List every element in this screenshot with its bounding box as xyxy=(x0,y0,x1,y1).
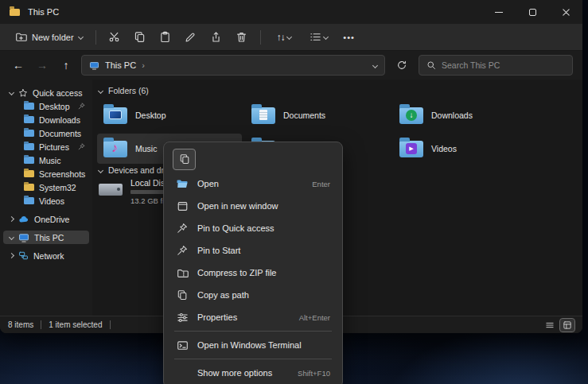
chevron-right-icon xyxy=(9,216,14,222)
back-button[interactable]: ← xyxy=(10,59,27,72)
cut-icon xyxy=(108,31,120,43)
close-button[interactable] xyxy=(549,0,582,24)
sidebar-item-onedrive[interactable]: OneDrive xyxy=(3,212,89,226)
this-pc-icon xyxy=(18,232,29,243)
cut-button[interactable] xyxy=(102,26,127,48)
menu-item-properties[interactable]: Properties Alt+Enter xyxy=(167,306,339,328)
context-menu: Open Enter Open in new window Pin to Qui… xyxy=(163,142,343,384)
sidebar-item-videos[interactable]: Videos xyxy=(3,194,89,208)
sort-button[interactable]: ↑↓ xyxy=(267,26,302,48)
menu-item-show-more-options[interactable]: Show more options Shift+F10 xyxy=(167,362,339,384)
menu-icon-spacer xyxy=(176,367,189,379)
breadcrumb[interactable]: This PC xyxy=(105,60,136,70)
address-bar[interactable]: This PC › xyxy=(81,55,385,76)
more-options-button[interactable]: ••• xyxy=(337,26,362,48)
menu-label: Open in new window xyxy=(197,201,278,211)
delete-button[interactable] xyxy=(229,26,255,48)
new-folder-button[interactable]: New folder xyxy=(8,27,90,47)
search-input[interactable] xyxy=(442,60,565,70)
sidebar-item-system32[interactable]: System32 xyxy=(3,180,89,194)
sidebar-label: System32 xyxy=(39,183,76,192)
sidebar-label: Quick access xyxy=(33,88,82,98)
onedrive-cloud-icon xyxy=(18,214,29,225)
menu-shortcut: Enter xyxy=(312,180,330,188)
menu-item-compress-zip[interactable]: Compress to ZIP file xyxy=(167,262,339,284)
chevron-down-icon xyxy=(323,34,329,40)
menu-shortcut: Shift+F10 xyxy=(298,369,330,378)
maximize-icon xyxy=(529,9,536,16)
open-folder-icon xyxy=(176,177,189,190)
sidebar-item-screenshots[interactable]: Screenshots xyxy=(3,167,89,180)
maximize-button[interactable] xyxy=(516,0,549,24)
delete-icon xyxy=(236,31,247,43)
rename-button[interactable] xyxy=(178,26,204,48)
sidebar-item-desktop[interactable]: Desktop xyxy=(3,99,89,113)
up-button[interactable]: ↑ xyxy=(57,59,75,72)
forward-button[interactable]: → xyxy=(33,59,51,72)
folder-tile-downloads[interactable]: Downloads xyxy=(393,100,538,130)
chevron-down-icon xyxy=(98,87,103,93)
menu-item-open-new-window[interactable]: Open in new window xyxy=(167,195,339,217)
rename-icon xyxy=(185,31,197,43)
minimize-button[interactable] xyxy=(482,0,516,24)
menu-item-open[interactable]: Open Enter xyxy=(167,173,339,195)
folders-section-header[interactable]: Folders (6) xyxy=(99,86,149,95)
close-icon xyxy=(562,8,570,17)
paste-icon xyxy=(159,31,171,43)
hard-drive-icon xyxy=(99,184,123,196)
documents-folder-icon xyxy=(251,107,275,124)
folder-tile-documents[interactable]: Documents xyxy=(245,100,390,130)
menu-label: Pin to Start xyxy=(197,246,240,255)
sidebar-item-pictures[interactable]: Pictures xyxy=(3,140,89,153)
menu-item-pin-quick-access[interactable]: Pin to Quick access xyxy=(167,217,339,239)
menu-item-open-terminal[interactable]: Open in Windows Terminal xyxy=(167,334,339,356)
explorer-icon xyxy=(10,9,20,16)
search-icon xyxy=(426,60,436,70)
sidebar-item-quick-access[interactable]: Quick access xyxy=(3,86,89,99)
paste-button[interactable] xyxy=(153,26,178,48)
menu-item-pin-start[interactable]: Pin to Start xyxy=(167,239,339,262)
titlebar: This PC xyxy=(0,0,582,24)
sidebar-item-downloads[interactable]: Downloads xyxy=(3,113,89,126)
share-icon xyxy=(210,31,222,43)
sidebar-item-music[interactable]: Music xyxy=(3,153,89,167)
view-icon xyxy=(310,31,321,43)
toolbar-divider xyxy=(260,30,261,45)
status-divider xyxy=(110,320,111,329)
window-title: This PC xyxy=(28,7,59,17)
sidebar-label: Pictures xyxy=(39,142,69,152)
sidebar-item-this-pc[interactable]: This PC xyxy=(3,231,89,244)
refresh-button[interactable] xyxy=(391,55,412,76)
sidebar-item-documents[interactable]: Documents xyxy=(3,126,89,140)
copy-button[interactable] xyxy=(127,26,153,48)
folder-icon xyxy=(24,103,34,110)
copy-icon xyxy=(179,153,190,165)
videos-badge-icon xyxy=(406,143,417,154)
address-dropdown-icon[interactable] xyxy=(372,62,378,68)
star-icon xyxy=(18,88,28,98)
search-box[interactable] xyxy=(419,55,573,76)
menu-item-copy-as-path[interactable]: Copy as path xyxy=(167,284,339,306)
chevron-down-icon xyxy=(9,235,14,240)
large-icons-view-icon xyxy=(563,320,572,330)
view-button[interactable] xyxy=(302,26,337,48)
folder-tile-desktop[interactable]: Desktop xyxy=(97,100,242,130)
details-view-button[interactable] xyxy=(543,319,557,332)
sidebar-item-network[interactable]: Network xyxy=(3,249,89,262)
this-pc-icon xyxy=(89,60,99,71)
folder-icon xyxy=(24,116,34,123)
section-label: Folders (6) xyxy=(108,86,149,95)
menu-label: Compress to ZIP file xyxy=(197,268,276,277)
menu-separator xyxy=(174,359,332,359)
items-count: 8 items xyxy=(8,320,33,329)
folder-icon xyxy=(24,130,34,137)
folder-icon xyxy=(24,184,34,191)
folder-tile-videos[interactable]: Videos xyxy=(393,134,538,164)
copy-path-icon xyxy=(176,289,189,301)
menu-label: Open xyxy=(197,179,219,188)
share-button[interactable] xyxy=(204,26,229,48)
large-icons-view-button[interactable] xyxy=(560,319,574,332)
new-folder-icon xyxy=(15,31,27,43)
zip-icon xyxy=(176,266,189,279)
quick-copy-button[interactable] xyxy=(173,149,196,170)
